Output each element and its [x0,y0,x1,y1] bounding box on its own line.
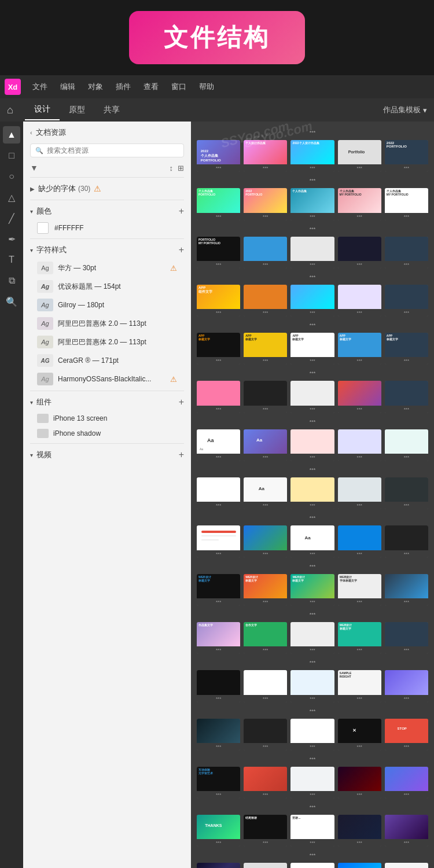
thumb-item[interactable]: *** [385,574,428,606]
menu-view[interactable]: 查看 [138,79,164,94]
thumb-item[interactable]: *** [338,525,381,557]
search-box[interactable]: 🔍 [30,144,184,157]
add-char-style-button[interactable]: + [179,245,184,255]
section-colors[interactable]: ▾ 颜色 + [23,203,191,220]
thumb-item[interactable]: *** [290,237,334,269]
menu-object[interactable]: 对象 [82,79,109,94]
thumb-item[interactable]: *** [385,381,428,413]
thumb-item[interactable]: *** [338,381,381,413]
menu-help[interactable]: 帮助 [193,79,220,94]
menu-edit[interactable]: 编辑 [54,79,81,94]
thumb-item[interactable]: *** [197,381,240,413]
thumb-item[interactable]: 本... *** [290,863,334,868]
thumb-item[interactable]: *** [197,719,240,751]
thumb-item[interactable]: *** [338,429,381,461]
thumb-item[interactable]: 个人作品集MY PORTFOLIO *** [385,188,428,220]
add-component-button[interactable]: + [179,397,184,407]
thumb-item[interactable]: *** [338,285,381,317]
home-icon[interactable]: ⌂ [7,104,13,116]
thumb-item[interactable]: 2022个人作品集PORTFOLIO *** [197,140,240,172]
tool-text[interactable]: T [3,251,20,269]
thumb-item[interactable]: WEB设计标题文字 *** [244,574,287,606]
thumb-item[interactable]: *** [290,622,334,654]
font-item-6[interactable]: Ag HarmonyOSSans-BlackItalic... ⚠ [23,370,191,388]
thumb-item[interactable]: *** [244,863,287,868]
template-selector[interactable]: 作品集模板 ▾ [383,105,427,115]
tool-rectangle[interactable]: □ [3,147,20,164]
thumb-item[interactable]: *** [197,863,240,868]
thumb-item[interactable]: Aa *** [244,477,287,509]
thumb-item[interactable]: *** [338,815,381,847]
thumb-item[interactable]: ✕ *** [338,719,381,751]
thumb-item[interactable]: *** [385,670,428,702]
tool-ellipse[interactable]: ○ [3,168,20,185]
thumb-item[interactable]: APP标题文字 *** [338,333,381,365]
thumb-item[interactable]: 个人作品集 *** [290,188,334,220]
thumb-item[interactable]: WEB设计标题文字 *** [290,574,334,606]
thumb-item[interactable]: *** [290,670,334,702]
thumb-item[interactable]: *** [197,477,240,509]
color-item[interactable]: #FFFFFF [23,220,191,236]
tool-pen[interactable]: ✒ [3,230,20,248]
thumb-item[interactable]: *** [244,237,287,269]
thumb-item[interactable]: *** [385,767,428,799]
thumb-item[interactable]: *** [338,237,381,269]
thumb-item[interactable]: 至谢... *** [290,815,334,847]
thumb-item[interactable]: *** [338,767,381,799]
thumb-item[interactable]: 合作文字 *** [244,622,287,654]
thumb-item[interactable]: *** [290,429,334,461]
component-item-1[interactable]: iPhone shadow [23,426,191,441]
tool-triangle[interactable]: △ [3,189,20,206]
font-item-1[interactable]: Ag 优设标题黑 — 154pt [23,277,191,296]
add-color-button[interactable]: + [179,206,184,216]
thumb-item[interactable]: *** [385,477,428,509]
thumb-item[interactable]: *** [385,622,428,654]
thumb-item[interactable]: 2022PORTFOLIO *** [244,188,287,220]
font-item-5[interactable]: AG CeraGR ® — 171pt [23,351,191,370]
thumb-item[interactable]: *** [197,670,240,702]
thumb-item[interactable]: 互动体验元宇宙艺术 *** [197,767,240,799]
sort-icon[interactable]: ↕ [170,164,174,172]
thumb-item[interactable]: *** [385,237,428,269]
thumb-item[interactable]: *** [290,719,334,751]
section-components[interactable]: ▾ 组件 + [23,393,191,411]
menu-plugin[interactable]: 插件 [110,79,137,94]
menu-file[interactable]: 文件 [27,79,53,94]
thumb-item[interactable]: APP标题文字 *** [197,333,240,365]
thumb-item[interactable]: *** [385,815,428,847]
thumb-item[interactable]: *** [244,670,287,702]
tool-line[interactable]: ╱ [3,209,20,227]
thumb-item[interactable]: 个人作品集PORTFOLIO *** [197,188,240,220]
add-video-button[interactable]: + [179,450,184,460]
thumb-item[interactable]: *** [197,525,240,557]
canvas-area[interactable]: SSYoo.com SSYoo.com *** 2022个人作品集PORTFOL… [191,122,434,868]
component-item-0[interactable]: iPhone 13 screen [23,411,191,426]
thumb-item[interactable]: STOP *** [385,719,428,751]
thumb-item[interactable]: APP标题文字 *** [290,333,334,365]
tab-prototype[interactable]: 原型 [60,100,94,120]
thumb-item[interactable]: WEB设计标题文字 *** [338,622,381,654]
section-char-styles[interactable]: ▾ 字符样式 + [23,241,191,259]
tab-share[interactable]: 共享 [94,100,129,120]
thumb-item[interactable]: *** [290,381,334,413]
thumb-item[interactable]: *** [244,285,287,317]
thumb-item[interactable]: WEB设计字体标题文字 *** [338,574,381,606]
search-input[interactable] [47,146,179,155]
filter-icon[interactable]: ▼ [30,163,38,172]
thumb-item[interactable]: *** [290,767,334,799]
thumb-item[interactable]: *** [385,285,428,317]
thumb-item[interactable]: *** [244,719,287,751]
tool-search[interactable]: 🔍 [3,293,20,310]
tool-artboard[interactable]: ⧉ [3,272,20,289]
thumb-item[interactable]: *** [244,381,287,413]
thumb-item[interactable]: Aa Aa *** [197,429,240,461]
thumb-item[interactable]: *** [244,525,287,557]
thumb-item[interactable]: *** [385,429,428,461]
thumb-item[interactable]: Aa *** [290,525,334,557]
thumb-item[interactable]: PORTFOLIOMY PORTFOLIO *** [197,237,240,269]
thumb-item[interactable]: *** [385,525,428,557]
panel-back-arrow[interactable]: ‹ [30,129,32,136]
thumb-item[interactable]: THANKS *** [197,815,240,847]
thumb-item[interactable]: Aa *** [244,429,287,461]
grid-icon[interactable]: ⊞ [178,164,184,172]
